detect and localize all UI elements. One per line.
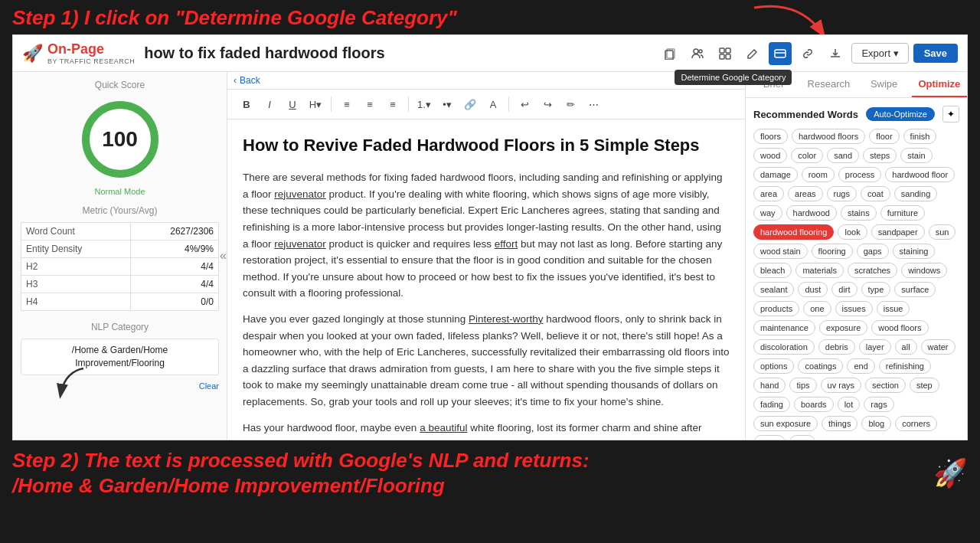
recommended-word-tag[interactable]: water xyxy=(921,339,956,355)
beautiful-link[interactable]: a beautiful xyxy=(420,422,467,433)
recommended-word-tag[interactable]: end xyxy=(847,358,874,374)
italic-btn[interactable]: I xyxy=(260,94,279,114)
redo-btn[interactable]: ↪ xyxy=(537,94,557,114)
recommended-word-tag[interactable]: coat xyxy=(861,186,890,201)
recommended-word-tag[interactable]: sun xyxy=(929,224,956,240)
underline-btn[interactable]: U xyxy=(283,94,302,114)
tab-optimize[interactable]: Optimize xyxy=(912,72,967,97)
people-icon-btn[interactable] xyxy=(686,42,709,65)
tab-brief[interactable]: Brief xyxy=(746,72,801,97)
recommended-word-tag[interactable]: areas xyxy=(788,186,823,201)
pinterest-link[interactable]: Pinterest-worthy xyxy=(469,313,544,325)
undo-btn[interactable]: ↩ xyxy=(514,94,534,114)
recommended-word-tag[interactable]: sanding xyxy=(894,186,938,201)
recommended-word-tag[interactable]: boards xyxy=(794,397,834,412)
tab-swipe[interactable]: Swipe xyxy=(857,72,912,97)
recommended-word-tag[interactable]: thing xyxy=(753,435,786,440)
recommended-word-tag[interactable]: wood floors xyxy=(871,320,928,335)
grid-icon-btn[interactable] xyxy=(714,42,737,65)
recommended-word-tag[interactable]: area xyxy=(753,186,784,201)
link-btn[interactable]: 🔗 xyxy=(460,94,480,114)
copy-icon-btn[interactable] xyxy=(658,42,681,65)
font-btn[interactable]: A xyxy=(483,94,503,114)
recommended-word-tag[interactable]: sun exposure xyxy=(753,416,818,431)
recommended-word-tag[interactable]: discoloration xyxy=(753,339,815,355)
recommended-word-tag[interactable]: sand xyxy=(827,148,859,163)
recommended-word-tag[interactable]: surface xyxy=(894,282,936,297)
recommended-word-tag[interactable]: damage xyxy=(753,167,798,182)
clear-link[interactable]: Clear xyxy=(21,381,219,391)
recommended-word-tag[interactable]: stain xyxy=(900,148,932,163)
link-icon-btn[interactable] xyxy=(796,42,819,65)
recommended-word-tag[interactable]: hardwood xyxy=(786,205,837,221)
recommended-word-tag[interactable]: type xyxy=(861,282,891,297)
recommended-word-tag[interactable]: process xyxy=(838,167,882,182)
more-btn[interactable]: ⋯ xyxy=(583,94,603,114)
recommended-word-tag[interactable]: tips xyxy=(789,378,816,393)
recommended-word-tag[interactable]: sandpaper xyxy=(871,224,925,240)
recommended-word-tag[interactable]: look xyxy=(838,224,867,240)
recommended-word-tag[interactable]: corners xyxy=(895,416,937,431)
recommended-word-tag[interactable]: rags xyxy=(864,397,893,412)
recommended-word-tag[interactable]: all xyxy=(895,339,917,355)
recommended-word-tag[interactable]: scratches xyxy=(848,263,897,278)
align-left-btn[interactable]: ≡ xyxy=(337,94,357,114)
recommended-word-tag[interactable]: floors xyxy=(753,129,788,144)
save-button[interactable]: Save xyxy=(913,44,958,63)
edit-icon-btn[interactable] xyxy=(741,42,764,65)
recommended-word-tag[interactable]: flooring xyxy=(812,244,853,259)
recommended-word-tag[interactable]: maintenance xyxy=(753,320,815,335)
recommended-word-tag[interactable]: uv rays xyxy=(821,378,861,393)
recommended-word-tag[interactable]: wood xyxy=(753,148,787,163)
recommended-word-tag[interactable]: furniture xyxy=(880,205,925,221)
effort-link[interactable]: effort xyxy=(495,238,518,250)
recommended-word-tag[interactable]: debris xyxy=(818,339,855,355)
recommended-word-tag[interactable]: windows xyxy=(901,263,947,278)
recommended-word-tag[interactable]: lot xyxy=(838,397,861,412)
ordered-list-btn[interactable]: 1.▾ xyxy=(414,94,434,114)
rejuvenator-link-1[interactable]: rejuvenator xyxy=(274,188,326,200)
recommended-word-tag[interactable]: options xyxy=(753,358,794,374)
recommended-word-tag[interactable]: one xyxy=(803,301,831,316)
recommended-word-tag[interactable]: section xyxy=(865,378,906,393)
align-right-btn[interactable]: ≡ xyxy=(383,94,403,114)
recommended-word-tag[interactable]: hardwood floor xyxy=(885,167,955,182)
tab-research[interactable]: Research xyxy=(801,72,856,97)
recommended-word-tag[interactable]: things xyxy=(822,416,858,431)
recommended-word-tag[interactable]: products xyxy=(753,301,799,316)
recommended-word-tag[interactable]: refinishing xyxy=(879,358,931,374)
recommended-word-tag[interactable]: sealant xyxy=(753,282,794,297)
editor-content[interactable]: How to Revive Faded Hardwood Floors in 5… xyxy=(227,119,745,440)
rejuvenator-link-2[interactable]: rejuvenator xyxy=(274,238,326,250)
recommended-word-tag[interactable]: hardwood floors xyxy=(792,129,865,144)
auto-optimize-btn[interactable]: Auto-Optimize xyxy=(866,107,935,121)
recommended-word-tag[interactable]: steps xyxy=(863,148,897,163)
recommended-word-tag[interactable]: rugs xyxy=(827,186,857,201)
collapse-sidebar-btn[interactable]: « xyxy=(220,249,227,263)
recommended-word-tag[interactable]: exposure xyxy=(819,320,867,335)
recommended-word-tag[interactable]: wood stain xyxy=(753,244,808,259)
star-btn[interactable]: ✦ xyxy=(942,106,959,123)
recommended-word-tag[interactable]: rag xyxy=(789,435,815,440)
recommended-word-tag[interactable]: room xyxy=(802,167,835,182)
recommended-word-tag[interactable]: color xyxy=(791,148,823,163)
recommended-word-tag[interactable]: dirt xyxy=(831,282,857,297)
recommended-word-tag[interactable]: finish xyxy=(903,129,937,144)
bullet-list-btn[interactable]: •▾ xyxy=(437,94,457,114)
export-button[interactable]: Export ▾ xyxy=(851,43,908,64)
recommended-word-tag[interactable]: staining xyxy=(893,244,936,259)
recommended-word-tag[interactable]: gaps xyxy=(857,244,889,259)
recommended-word-tag[interactable]: issue xyxy=(877,301,910,316)
recommended-word-tag[interactable]: fading xyxy=(753,397,790,412)
bold-btn[interactable]: B xyxy=(237,94,256,114)
recommended-word-tag[interactable]: materials xyxy=(795,263,844,278)
align-center-btn[interactable]: ≡ xyxy=(360,94,380,114)
recommended-word-tag[interactable]: stains xyxy=(841,205,877,221)
recommended-word-tag[interactable]: hardwood flooring xyxy=(753,224,834,240)
recommended-word-tag[interactable]: issues xyxy=(835,301,873,316)
recommended-word-tag[interactable]: layer xyxy=(859,339,891,355)
heading-btn[interactable]: H▾ xyxy=(305,94,325,114)
recommended-word-tag[interactable]: floor xyxy=(869,129,899,144)
recommended-word-tag[interactable]: bleach xyxy=(753,263,792,278)
determine-category-btn[interactable]: Determine Google Category xyxy=(769,42,792,65)
